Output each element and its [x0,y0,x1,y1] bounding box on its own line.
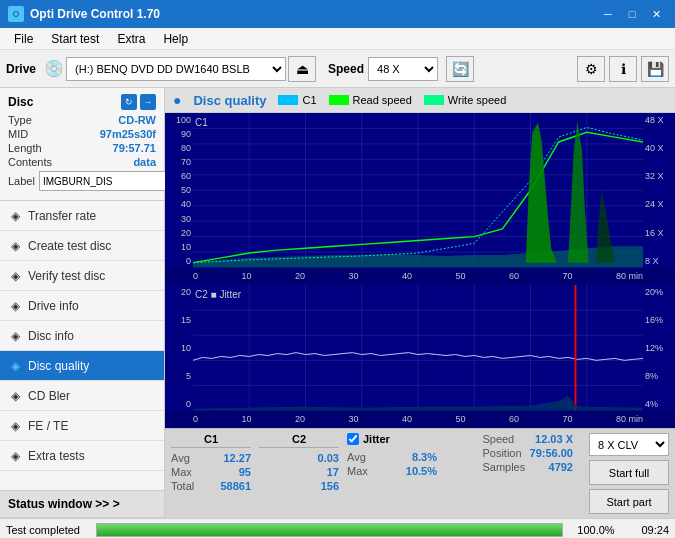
minimize-button[interactable]: ─ [597,4,619,24]
sidebar-item-label: Disc quality [28,359,89,373]
legend-write-label: Write speed [448,94,507,106]
sidebar-item-disc-info[interactable]: ◈ Disc info [0,321,164,351]
eject-button[interactable]: ⏏ [288,56,316,82]
drive-info-icon: ◈ [8,299,22,313]
disc-mid-value: 97m25s30f [100,128,156,140]
menu-bar: File Start test Extra Help [0,28,675,50]
drive-select[interactable]: (H:) BENQ DVD DD DW1640 BSLB [66,57,286,81]
disc-label-row: Label ✎ [8,171,156,191]
disc-contents-label: Contents [8,156,52,168]
top-y-right: 8 X 16 X 24 X 32 X 40 X 48 X [643,113,675,268]
jitter-max-row: Max 10.5% [347,465,437,477]
legend-read-label: Read speed [353,94,412,106]
sidebar: Disc ↻ → Type CD-RW MID 97m25s30f Length… [0,88,165,518]
disc-refresh-icon[interactable]: ↻ [121,94,137,110]
sidebar-item-extra-tests[interactable]: ◈ Extra tests [0,441,164,471]
disc-length-label: Length [8,142,42,154]
maximize-button[interactable]: □ [621,4,643,24]
sidebar-item-verify-test-disc[interactable]: ◈ Verify test disc [0,261,164,291]
disc-length-field: Length 79:57.71 [8,142,156,154]
position-row: Position 79:56.00 [482,447,573,459]
drive-icon: 💿 [44,59,64,78]
start-full-button[interactable]: Start full [589,460,669,485]
drive-label: Drive [6,62,36,76]
c2-max-value: 17 [327,466,339,478]
settings-button[interactable]: ⚙ [577,56,605,82]
disc-info-section: Disc ↻ → Type CD-RW MID 97m25s30f Length… [0,88,164,201]
info-button[interactable]: ℹ [609,56,637,82]
jitter-stats: Jitter Avg 8.3% Max 10.5% [347,433,437,514]
disc-type-label: Type [8,114,32,126]
start-section: 8 X CLV Start full Start part [589,433,669,514]
speed-dropdown[interactable]: 8 X CLV [589,433,669,456]
menu-start-test[interactable]: Start test [43,30,107,48]
c2-stats: C2 0.03 17 156 [259,433,339,514]
nav-items: ◈ Transfer rate ◈ Create test disc ◈ Ver… [0,201,164,471]
speed-value: 12.03 X [535,433,573,445]
sidebar-item-fe-te[interactable]: ◈ FE / TE [0,411,164,441]
legend-c1-label: C1 [302,94,316,106]
speed-label: Speed [328,62,364,76]
sidebar-item-drive-info[interactable]: ◈ Drive info [0,291,164,321]
sidebar-item-disc-quality[interactable]: ◈ Disc quality [0,351,164,381]
samples-label: Samples [482,461,525,473]
speed-position-stats: Speed 12.03 X Position 79:56.00 Samples … [482,433,573,514]
position-value: 79:56.00 [530,447,573,459]
transfer-rate-icon: ◈ [8,209,22,223]
save-button[interactable]: 💾 [641,56,669,82]
window-controls: ─ □ ✕ [597,4,667,24]
disc-label-input[interactable] [39,171,174,191]
close-button[interactable]: ✕ [645,4,667,24]
fe-te-icon: ◈ [8,419,22,433]
c1-total-row: Total 58861 [171,480,251,492]
avg-label: Avg [171,452,190,464]
disc-mid-field: MID 97m25s30f [8,128,156,140]
sidebar-item-label: Verify test disc [28,269,105,283]
svg-marker-18 [568,121,589,263]
sidebar-item-create-test-disc[interactable]: ◈ Create test disc [0,231,164,261]
menu-extra[interactable]: Extra [109,30,153,48]
progress-bar-fill [97,524,562,536]
jitter-max-label: Max [347,465,368,477]
c2-total-row: 156 [259,480,339,492]
time-label: 09:24 [629,524,669,536]
sidebar-item-label: Extra tests [28,449,85,463]
speed-select[interactable]: 48 X [368,57,438,81]
progress-label: 100.0% [571,524,621,536]
disc-arrow-icon[interactable]: → [140,94,156,110]
disc-section-title: Disc [8,95,33,109]
jitter-avg-label: Avg [347,451,366,463]
drive-select-wrapper: 💿 (H:) BENQ DVD DD DW1640 BSLB ⏏ [44,56,316,82]
chart-area: ● Disc quality C1 Read speed Write speed… [165,88,675,518]
jitter-max-value: 10.5% [406,465,437,477]
speed-label-stat: Speed [482,433,514,445]
sidebar-item-label: Transfer rate [28,209,96,223]
top-x-axis: 0 10 20 30 40 50 60 70 80 min [165,268,675,285]
title-bar: O Opti Drive Control 1.70 ─ □ ✕ [0,0,675,28]
start-part-button[interactable]: Start part [589,489,669,514]
legend-write: Write speed [424,94,507,106]
c2-avg-value: 0.03 [318,452,339,464]
menu-file[interactable]: File [6,30,41,48]
sidebar-item-label: FE / TE [28,419,68,433]
sidebar-item-cd-bler[interactable]: ◈ CD Bler [0,381,164,411]
menu-help[interactable]: Help [155,30,196,48]
app-title: Opti Drive Control 1.70 [30,7,160,21]
sidebar-item-label: Drive info [28,299,79,313]
disc-label-label: Label [8,175,35,187]
max-label: Max [171,466,192,478]
bottom-chart-svg [193,285,643,411]
disc-type-value: CD-RW [118,114,156,126]
cd-bler-icon: ◈ [8,389,22,403]
disc-quality-icon: ◈ [8,359,22,373]
disc-contents-field: Contents data [8,156,156,168]
jitter-checkbox[interactable] [347,433,359,445]
create-test-icon: ◈ [8,239,22,253]
sidebar-item-transfer-rate[interactable]: ◈ Transfer rate [0,201,164,231]
app-icon: O [8,6,24,22]
refresh-button[interactable]: 🔄 [446,56,474,82]
progress-bar-container [96,523,563,537]
legend-read: Read speed [329,94,412,106]
status-window-button[interactable]: Status window >> > [0,490,164,518]
stats-bar: C1 Avg 12.27 Max 95 Total 58861 C2 [165,428,675,518]
